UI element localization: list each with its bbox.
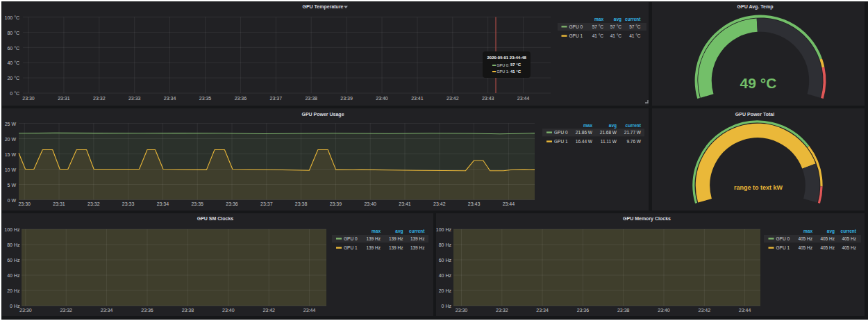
svg-text:23:36: 23:36: [235, 96, 247, 101]
svg-text:0 °C: 0 °C: [10, 91, 19, 96]
svg-text:current: current: [409, 229, 425, 233]
svg-text:405 Hz: 405 Hz: [842, 236, 856, 241]
svg-text:60 °C: 60 °C: [7, 46, 19, 51]
svg-text:GPU 0: GPU 0: [344, 236, 358, 241]
svg-text:23:32: 23:32: [496, 308, 508, 313]
svg-text:23:38: 23:38: [305, 96, 317, 101]
svg-text:23:38: 23:38: [295, 201, 308, 206]
svg-text:23:40: 23:40: [658, 308, 670, 313]
svg-text:60 Hz: 60 Hz: [439, 258, 452, 263]
svg-text:5 W: 5 W: [8, 183, 17, 188]
svg-text:23:36: 23:36: [226, 201, 238, 206]
svg-text:23:42: 23:42: [446, 96, 459, 101]
svg-text:23:38: 23:38: [617, 308, 630, 313]
svg-text:GPU 1: GPU 1: [776, 245, 790, 250]
svg-text:current: current: [626, 123, 642, 128]
svg-text:80 Hz: 80 Hz: [439, 242, 452, 247]
svg-text:23:44: 23:44: [503, 201, 515, 206]
svg-text:139 Hz: 139 Hz: [389, 236, 403, 241]
svg-text:GPU Memory Clocks: GPU Memory Clocks: [623, 216, 671, 222]
svg-text:23:40: 23:40: [376, 96, 388, 101]
svg-text:23:42: 23:42: [262, 308, 275, 313]
svg-text:23:43: 23:43: [482, 96, 494, 101]
svg-text:avg: avg: [827, 229, 835, 234]
svg-text:avg: avg: [614, 17, 621, 22]
svg-text:23:31: 23:31: [58, 96, 70, 101]
svg-text:23:33: 23:33: [122, 201, 135, 206]
svg-text:23:39: 23:39: [340, 96, 353, 101]
svg-text:0 Hz: 0 Hz: [10, 304, 20, 308]
svg-text:avg: avg: [395, 229, 403, 234]
svg-text:11.11 W: 11.11 W: [601, 139, 617, 144]
svg-text:100 °C: 100 °C: [5, 15, 19, 20]
svg-text:max: max: [372, 229, 381, 233]
svg-text:avg: avg: [609, 123, 617, 129]
svg-text:23:37: 23:37: [260, 201, 273, 206]
svg-text:23:41: 23:41: [411, 96, 424, 101]
svg-text:16.44 W: 16.44 W: [576, 139, 593, 144]
svg-text:139 Hz: 139 Hz: [366, 236, 381, 241]
svg-text:20 W: 20 W: [5, 137, 17, 142]
svg-text:23:32: 23:32: [93, 96, 106, 101]
svg-text:139 Hz: 139 Hz: [410, 236, 425, 241]
svg-text:GPU Temperature: GPU Temperature: [303, 4, 344, 10]
svg-text:40 Hz: 40 Hz: [439, 273, 452, 278]
svg-text:9.76 W: 9.76 W: [626, 139, 641, 144]
svg-text:23:31: 23:31: [53, 201, 65, 206]
svg-text:23:36: 23:36: [577, 308, 590, 313]
svg-text:20 Hz: 20 Hz: [439, 288, 452, 293]
svg-text:23:34: 23:34: [164, 96, 176, 101]
svg-text:21.86 W: 21.86 W: [576, 130, 593, 135]
svg-text:49 °C: 49 °C: [740, 75, 777, 91]
svg-text:23:39: 23:39: [330, 201, 342, 206]
svg-text:23:42: 23:42: [699, 308, 711, 313]
svg-text:23:44: 23:44: [517, 96, 530, 101]
svg-text:21.68 W: 21.68 W: [600, 130, 617, 135]
svg-text:41 °C: 41 °C: [592, 33, 604, 38]
svg-text:405 Hz: 405 Hz: [842, 245, 856, 250]
svg-text:20 °C: 20 °C: [7, 76, 19, 81]
svg-text:100 Hz: 100 Hz: [4, 227, 20, 232]
svg-text:405 Hz: 405 Hz: [798, 245, 812, 250]
svg-text:GPU 0: GPU 0: [569, 24, 583, 29]
svg-text:60 Hz: 60 Hz: [7, 258, 20, 263]
svg-text:23:44: 23:44: [303, 308, 316, 313]
svg-text:max: max: [583, 123, 592, 128]
svg-text:23:30: 23:30: [22, 96, 35, 101]
svg-text:23:41: 23:41: [399, 201, 411, 206]
svg-text:GPU Avg. Temp: GPU Avg. Temp: [737, 4, 774, 10]
svg-text:23:32: 23:32: [60, 308, 72, 313]
svg-text:40 Hz: 40 Hz: [7, 273, 20, 278]
svg-text:100 Hz: 100 Hz: [436, 227, 452, 232]
svg-text:405 Hz: 405 Hz: [798, 236, 812, 241]
svg-text:23:30: 23:30: [18, 201, 31, 206]
svg-text:21.77 W: 21.77 W: [624, 130, 642, 135]
svg-text:GPU 1: GPU 1: [554, 139, 568, 144]
svg-text:139 Hz: 139 Hz: [366, 245, 381, 250]
svg-text:23:40: 23:40: [364, 201, 376, 206]
svg-text:23:43: 23:43: [468, 201, 481, 206]
svg-text:23:37: 23:37: [270, 96, 283, 101]
svg-text:23:35: 23:35: [191, 201, 203, 206]
svg-text:23:34: 23:34: [101, 308, 113, 313]
svg-text:0 Hz: 0 Hz: [442, 304, 452, 308]
svg-text:GPU 0: GPU 0: [776, 236, 790, 241]
svg-text:max: max: [594, 17, 603, 22]
svg-text:GPU Power Total: GPU Power Total: [735, 112, 774, 117]
svg-text:41 °C: 41 °C: [629, 33, 641, 38]
svg-text:405 Hz: 405 Hz: [820, 236, 835, 241]
svg-text:57 °C: 57 °C: [629, 24, 641, 29]
svg-text:139 Hz: 139 Hz: [389, 245, 403, 250]
svg-text:23:40: 23:40: [222, 308, 235, 313]
svg-text:23:36: 23:36: [141, 308, 153, 313]
svg-text:range to text kW: range to text kW: [734, 184, 783, 191]
svg-text:25 W: 25 W: [5, 122, 17, 126]
svg-text:23:35: 23:35: [199, 96, 212, 101]
svg-text:23:42: 23:42: [433, 201, 446, 206]
svg-text:23:33: 23:33: [128, 96, 141, 101]
svg-text:405 Hz: 405 Hz: [820, 245, 835, 250]
svg-text:80 °C: 80 °C: [7, 31, 19, 35]
svg-text:57 °C: 57 °C: [610, 24, 622, 29]
svg-text:23:32: 23:32: [87, 201, 100, 206]
svg-text:80 Hz: 80 Hz: [7, 242, 20, 247]
